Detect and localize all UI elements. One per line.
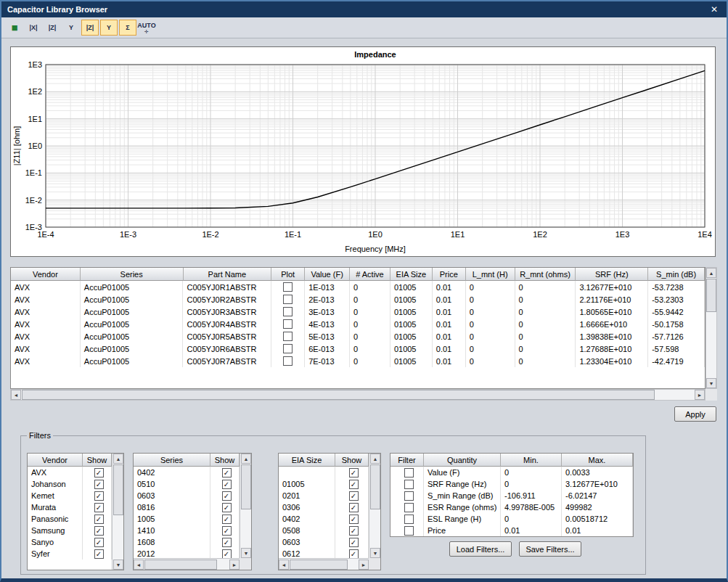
list-item[interactable]: 1410✓ [134, 525, 251, 536]
list-item[interactable]: Johanson✓ [28, 478, 123, 490]
column-header[interactable]: Filter [390, 454, 424, 467]
scroll-left-icon[interactable]: ◄ [134, 560, 144, 570]
table-vscrollbar[interactable]: ▲ ▼ [705, 267, 717, 389]
column-header[interactable]: Show [210, 454, 240, 467]
vscroll-thumb[interactable] [706, 279, 716, 312]
show-checkbox[interactable]: ✓ [94, 515, 104, 524]
criteria-row[interactable]: Value (F)00.0033 [390, 467, 633, 478]
list-item[interactable]: Kemet✓ [28, 490, 123, 501]
show-checkbox[interactable]: ✓ [222, 538, 232, 547]
list-item[interactable]: 0508✓ [279, 525, 380, 536]
scroll-down-icon[interactable]: ▼ [241, 548, 251, 558]
library-parts-icon[interactable]: ▦ [6, 20, 23, 36]
vendor-vscrollbar[interactable]: ▲ ▼ [112, 454, 123, 570]
title-bar[interactable]: Capacitor Library Browser ✕ [1, 1, 727, 17]
list-item[interactable]: 0603✓ [279, 536, 380, 548]
column-header[interactable]: Min. [501, 454, 562, 467]
filter-checkbox[interactable] [404, 480, 414, 489]
table-row[interactable]: AVXAccuP01005C005YJ0R7ABSTR7E-0130010050… [11, 355, 705, 367]
scroll-right-icon[interactable]: ► [229, 560, 240, 570]
column-header[interactable]: R_mnt (ohms) [515, 268, 576, 281]
show-checkbox[interactable]: ✓ [94, 491, 104, 501]
scroll-left-icon[interactable]: ◄ [11, 390, 21, 400]
series-vscrollbar[interactable]: ▲ ▼ [240, 454, 251, 558]
filter-checkbox[interactable] [404, 491, 414, 501]
admittance-plot-icon[interactable]: Y [100, 20, 118, 36]
column-header[interactable]: Max. [562, 454, 633, 467]
show-checkbox[interactable]: ✓ [349, 549, 359, 559]
show-checkbox[interactable]: ✓ [222, 549, 232, 559]
plot-checkbox[interactable] [283, 295, 293, 304]
column-header[interactable]: S_min (dB) [648, 268, 705, 281]
list-item[interactable]: Panasonic✓ [28, 513, 123, 525]
list-item[interactable]: 1005✓ [134, 513, 251, 525]
list-item[interactable]: 0201✓ [279, 490, 380, 501]
series-hscrollbar[interactable]: ◄ ► [134, 558, 240, 570]
scroll-up-icon[interactable]: ▲ [706, 268, 716, 278]
show-checkbox[interactable]: ✓ [94, 526, 104, 536]
show-checkbox[interactable]: ✓ [349, 468, 359, 478]
table-row[interactable]: AVXAccuP01005C005YJ0R2ABSTR2E-0130010050… [11, 293, 705, 306]
column-header[interactable]: Vendor [11, 268, 81, 281]
show-checkbox[interactable]: ✓ [349, 526, 359, 536]
column-header[interactable]: Value (F) [305, 268, 350, 281]
table-row[interactable]: AVXAccuP01005C005YJ0R3ABSTR3E-0130010050… [11, 306, 705, 318]
plot-checkbox[interactable] [283, 356, 293, 366]
column-header[interactable]: Series [81, 268, 184, 281]
eia-hscrollbar[interactable]: ◄ ► [279, 558, 369, 570]
list-item[interactable]: 01005✓ [279, 478, 380, 490]
show-checkbox[interactable]: ✓ [94, 468, 104, 478]
load-filters-button[interactable]: Load Filters... [449, 541, 512, 557]
table-row[interactable]: AVXAccuP01005C005YJ0R1ABSTR1E-0130010050… [11, 281, 705, 293]
criteria-row[interactable]: Price0.010.01 [390, 525, 633, 536]
list-item[interactable]: 0402✓ [134, 467, 251, 478]
scroll-up-icon[interactable]: ▲ [241, 454, 251, 464]
list-item[interactable]: 0510✓ [134, 478, 251, 490]
column-header[interactable]: # Active [350, 268, 390, 281]
show-checkbox[interactable]: ✓ [349, 503, 359, 512]
hscroll-thumb[interactable] [290, 560, 348, 570]
column-header[interactable]: Part Name [184, 268, 272, 281]
list-item[interactable]: 1608✓ [134, 536, 251, 548]
plot-checkbox[interactable] [283, 344, 293, 353]
criteria-row[interactable]: S_min Range (dB)-106.911-6.02147 [390, 490, 633, 501]
plot-x-icon[interactable]: |X| [25, 20, 42, 36]
show-checkbox[interactable]: ✓ [94, 549, 104, 559]
column-header[interactable]: EIA Size [390, 268, 433, 281]
plot-checkbox[interactable] [283, 307, 293, 316]
show-checkbox[interactable]: ✓ [222, 491, 232, 501]
filter-checkbox[interactable] [404, 515, 414, 524]
list-item[interactable]: ✓ [279, 467, 380, 478]
filter-checkbox[interactable] [404, 468, 414, 478]
criteria-row[interactable]: ESR Range (ohms)4.99788E-005499982 [390, 501, 633, 513]
list-item[interactable]: Syfer✓ [28, 548, 123, 560]
admittance-icon[interactable]: Y [62, 20, 80, 36]
show-checkbox[interactable]: ✓ [222, 515, 232, 524]
vscroll-thumb[interactable] [113, 464, 123, 515]
scroll-up-icon[interactable]: ▲ [113, 454, 123, 464]
show-checkbox[interactable]: ✓ [349, 538, 359, 547]
hscroll-thumb[interactable] [22, 390, 655, 400]
show-checkbox[interactable]: ✓ [94, 538, 104, 547]
save-filters-button[interactable]: Save Filters... [519, 541, 581, 557]
list-item[interactable]: 0402✓ [279, 513, 380, 525]
show-checkbox[interactable]: ✓ [349, 480, 359, 489]
show-checkbox[interactable]: ✓ [94, 503, 104, 512]
column-header[interactable]: L_mnt (H) [466, 268, 515, 281]
scroll-left-icon[interactable]: ◄ [279, 560, 289, 570]
close-button[interactable]: ✕ [708, 4, 721, 15]
vscroll-thumb[interactable] [370, 464, 380, 509]
show-checkbox[interactable]: ✓ [222, 526, 232, 536]
list-item[interactable]: 0816✓ [134, 501, 251, 513]
show-checkbox[interactable]: ✓ [94, 480, 104, 489]
sum-plot-icon[interactable]: Σ [119, 20, 136, 36]
table-row[interactable]: AVXAccuP01005C005YJ0R4ABSTR4E-0130010050… [11, 318, 705, 330]
eia-vscrollbar[interactable]: ▲ ▼ [369, 454, 380, 558]
list-item[interactable]: AVX✓ [28, 467, 123, 478]
column-header[interactable]: SRF (Hz) [576, 268, 648, 281]
scroll-right-icon[interactable]: ► [695, 390, 705, 400]
scroll-down-icon[interactable]: ▼ [706, 378, 716, 388]
filter-checkbox[interactable] [404, 526, 414, 536]
list-item[interactable]: 0603✓ [134, 490, 251, 501]
scroll-up-icon[interactable]: ▲ [370, 454, 380, 464]
